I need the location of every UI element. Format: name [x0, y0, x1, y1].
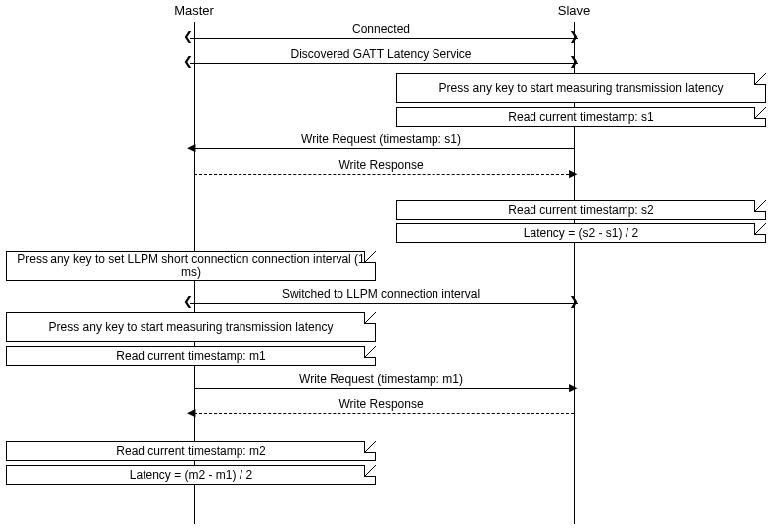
note-master-llpm: Press any key to set LLPM short connecti… — [6, 251, 376, 281]
note-master-press: Press any key to start measuring transmi… — [6, 312, 376, 342]
arrow-llpm-switch — [190, 303, 578, 304]
arrowhead-right-icon: ▶ — [569, 168, 577, 179]
msg-write-req-s1: Write Request (timestamp: s1) — [193, 133, 569, 146]
msg-llpm-switch: Switched to LLPM connection interval — [193, 287, 569, 301]
msg-connected: Connected — [193, 22, 569, 36]
note-latency-s: Latency = (s2 - s1) / 2 — [396, 223, 766, 243]
msg-write-req-m1: Write Request (timestamp: m1) — [193, 372, 569, 386]
note-read-s1: Read current timestamp: s1 — [396, 107, 766, 127]
note-read-m2: Read current timestamp: m2 — [6, 441, 376, 461]
msg-write-resp-2: Write Response — [193, 398, 569, 411]
note-read-m1: Read current timestamp: m1 — [6, 346, 376, 366]
msg-write-resp-1: Write Response — [193, 158, 569, 172]
arrowhead-right-icon: ❯ — [569, 296, 579, 307]
arrowhead-left-icon: ◀ — [187, 407, 195, 418]
arrow-connected — [190, 38, 578, 39]
arrow-write-req-m1 — [194, 388, 574, 389]
note-read-s2: Read current timestamp: s2 — [396, 200, 766, 220]
arrow-write-resp-2 — [194, 413, 574, 414]
arrowhead-left-icon: ❮ — [183, 56, 193, 67]
actor-master-label: Master — [154, 3, 234, 18]
arrowhead-right-icon: ▶ — [569, 382, 577, 393]
note-latency-m: Latency = (m2 - m1) / 2 — [6, 465, 376, 485]
sequence-diagram: Master Slave Connected ❮ ❯ Discovered GA… — [0, 0, 772, 532]
arrowhead-left-icon: ❮ — [183, 31, 193, 42]
arrow-write-resp-1 — [194, 174, 574, 175]
note-slave-press: Press any key to start measuring transmi… — [396, 73, 766, 103]
arrowhead-left-icon: ❮ — [183, 296, 193, 307]
arrowhead-right-icon: ❯ — [569, 56, 579, 67]
msg-discovered: Discovered GATT Latency Service — [193, 47, 569, 61]
arrowhead-right-icon: ❯ — [569, 31, 579, 42]
arrow-discovered — [190, 63, 578, 64]
arrow-write-req-s1 — [194, 148, 574, 149]
arrowhead-left-icon: ◀ — [187, 142, 195, 153]
actor-slave-label: Slave — [534, 3, 614, 18]
